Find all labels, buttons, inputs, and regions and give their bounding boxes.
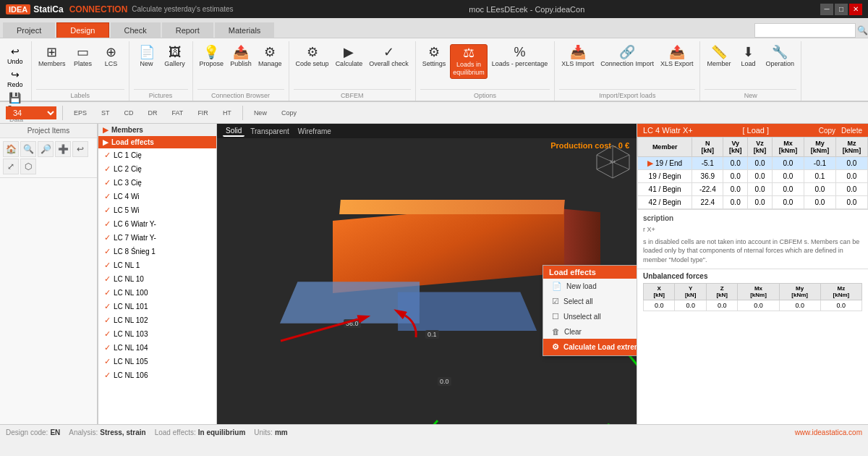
table-row[interactable]: 41 / Begin -22.4 0.0 0.0 0.0 0.0 0.0 — [638, 183, 868, 196]
tab-check[interactable]: Check — [111, 22, 161, 38]
cell-vz[interactable]: 0.0 — [748, 183, 773, 196]
home-tool-button[interactable]: 🏠 — [3, 141, 19, 157]
cell-mx[interactable]: 0.0 — [772, 170, 804, 183]
new-item-button[interactable]: New — [249, 107, 272, 119]
lc1-item[interactable]: ✓LC 1 Cię — [98, 148, 216, 162]
gallery-button[interactable]: 🖼Gallery — [162, 44, 188, 69]
lcnl1-item[interactable]: ✓LC NL 1 — [98, 258, 216, 272]
cell-n[interactable]: -22.4 — [692, 183, 723, 196]
search-input[interactable] — [754, 23, 856, 38]
cell-mz[interactable]: 0.0 — [835, 196, 867, 209]
cell-my[interactable]: -0.1 — [804, 157, 835, 170]
calculate-button[interactable]: ▶Calculate — [333, 44, 365, 69]
operation-button[interactable]: 🔧Operation — [763, 44, 796, 69]
tab-materials[interactable]: Materials — [215, 22, 275, 38]
website-link[interactable]: www.ideastatica.com — [795, 428, 862, 436]
redo-button[interactable]: ↪Redo — [6, 67, 25, 90]
cell-vy[interactable]: 0.0 — [723, 183, 748, 196]
lcnl103-item[interactable]: ✓LC NL 103 — [98, 327, 216, 341]
cell-vy[interactable]: 0.0 — [723, 157, 748, 170]
cd-button[interactable]: CD — [119, 107, 139, 119]
cell-mz[interactable]: 0.0 — [835, 183, 867, 196]
code-setup-button[interactable]: ⚙Code setup — [294, 44, 331, 69]
copy-load-button[interactable]: Copy — [819, 127, 835, 135]
lcnl100-item[interactable]: ✓LC NL 100 — [98, 286, 216, 300]
tab-report[interactable]: Report — [162, 22, 213, 38]
cell-vz[interactable]: 0.0 — [748, 196, 773, 209]
members-button[interactable]: ⊞Members — [36, 44, 68, 69]
plates-button[interactable]: ▭Plates — [70, 44, 96, 69]
cell-vz[interactable]: 0.0 — [748, 157, 773, 170]
lcnl102-item[interactable]: ✓LC NL 102 — [98, 313, 216, 327]
search-icon[interactable]: 🔍 — [857, 25, 868, 35]
manage-button[interactable]: ⚙Manage — [256, 44, 284, 69]
cell-my[interactable]: 0.1 — [804, 170, 835, 183]
lc2-item[interactable]: ✓LC 2 Cię — [98, 162, 216, 176]
cell-mx[interactable]: 0.0 — [772, 157, 804, 170]
cell-n[interactable]: -5.1 — [692, 157, 723, 170]
model-selector[interactable]: 34 — [6, 106, 56, 119]
cell-mx[interactable]: 0.0 — [772, 183, 804, 196]
wireframe-view-btn[interactable]: Wireframe — [295, 127, 334, 136]
fullscreen-tool-button[interactable]: ⤢ — [3, 159, 19, 174]
solid-view-btn[interactable]: Solid — [223, 126, 244, 137]
connection-import-button[interactable]: 🔗Connection Import — [598, 44, 656, 69]
table-row[interactable]: 19 / Begin 36.9 0.0 0.0 0.0 0.1 0.0 — [638, 170, 868, 183]
cell-my[interactable]: 0.0 — [804, 196, 835, 209]
cell-my[interactable]: 0.0 — [804, 183, 835, 196]
lcnl101-item[interactable]: ✓LC NL 101 — [98, 300, 216, 313]
cell-vz[interactable]: 0.0 — [748, 170, 773, 183]
ctx-unselect-all[interactable]: ☐ Unselect all — [543, 309, 637, 324]
lcnl10-item[interactable]: ✓LC NL 10 — [98, 272, 216, 286]
publish-button[interactable]: 📤Publish — [228, 44, 254, 69]
tab-design[interactable]: Design — [56, 22, 109, 38]
cell-mx[interactable]: 0.0 — [772, 196, 804, 209]
lc8-item[interactable]: ✓LC 8 Śnieg 1 — [98, 245, 216, 258]
load-effects-header[interactable]: ▶ Load effects — [98, 136, 216, 148]
tab-project[interactable]: Project — [3, 22, 55, 38]
ht-button[interactable]: HT — [218, 107, 237, 119]
lcnl105-item[interactable]: ✓LC NL 105 — [98, 355, 216, 368]
lcnl104-item[interactable]: ✓LC NL 104 — [98, 341, 216, 355]
undo-tool-button[interactable]: ↩ — [72, 141, 88, 157]
xls-export-button[interactable]: 📤XLS Export — [658, 44, 696, 69]
ctx-calculate-extremes[interactable]: ⚙ Calculate Load extremes — [543, 339, 637, 355]
lc7-item[interactable]: ✓LC 7 Wiatr Y- — [98, 231, 216, 245]
overall-check-button[interactable]: ✓Overall check — [367, 44, 411, 69]
cell-n[interactable]: 22.4 — [692, 196, 723, 209]
cell-vy[interactable]: 0.0 — [723, 196, 748, 209]
lcnl106-item[interactable]: ✓LC NL 106 — [98, 368, 216, 382]
member-button[interactable]: 📏Member — [705, 44, 733, 69]
lc5-item[interactable]: ✓LC 5 Wi — [98, 203, 216, 217]
restore-button[interactable]: □ — [835, 4, 848, 15]
copy-item-button[interactable]: Copy — [276, 107, 302, 119]
ctx-clear[interactable]: 🗑 Clear — [543, 324, 637, 339]
loads-percentage-button[interactable]: %Loads - percentage — [490, 44, 550, 69]
delete-load-button[interactable]: Delete — [841, 127, 862, 135]
zoom-tool-button[interactable]: 🔎 — [38, 141, 54, 157]
lc3-item[interactable]: ✓LC 3 Cię — [98, 176, 216, 190]
close-button[interactable]: ✕ — [849, 4, 862, 15]
cell-mz[interactable]: 0.0 — [835, 170, 867, 183]
cell-mz[interactable]: 0.0 — [835, 157, 867, 170]
settings-button[interactable]: ⚙Settings — [420, 44, 448, 69]
ctx-new-load[interactable]: 📄 New load — [543, 279, 637, 294]
lc6-item[interactable]: ✓LC 6 Wiatr Y- — [98, 217, 216, 231]
cell-vy[interactable]: 0.0 — [723, 170, 748, 183]
fat-button[interactable]: FAT — [167, 107, 189, 119]
cell-n[interactable]: 36.9 — [692, 170, 723, 183]
transparent-view-btn[interactable]: Transparent — [247, 127, 292, 136]
loads-equilibrium-button[interactable]: ⚖ Loads in equilibrium — [450, 44, 488, 79]
table-row[interactable]: ▶ 19 / End -5.1 0.0 0.0 0.0 -0.1 0.0 — [638, 157, 868, 170]
eps-button[interactable]: EPS — [69, 107, 92, 119]
st-button[interactable]: ST — [96, 107, 115, 119]
dr-button[interactable]: DR — [143, 107, 163, 119]
xls-import-button[interactable]: 📥XLS Import — [559, 44, 596, 69]
search-tool-button[interactable]: 🔍 — [20, 141, 36, 157]
lcs-button[interactable]: ⊕LCS — [98, 44, 124, 69]
add-tool-button[interactable]: ➕ — [55, 141, 71, 157]
undo-button[interactable]: ↩Undo — [6, 44, 25, 67]
3d-viewport[interactable]: Solid Transparent Wireframe Production c… — [217, 124, 637, 424]
new-picture-button[interactable]: 📄New — [134, 44, 160, 69]
lc4-item[interactable]: ✓LC 4 Wi — [98, 190, 216, 203]
